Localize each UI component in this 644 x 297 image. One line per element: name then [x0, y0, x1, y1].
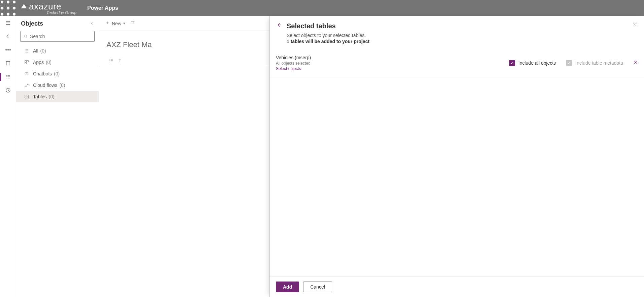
checkbox-disabled-icon — [566, 60, 572, 66]
nav-rail — [0, 16, 16, 297]
svg-rect-30 — [25, 63, 27, 64]
selected-table-name: Vehicles (mserp) — [276, 55, 311, 60]
sidebar-item-count: (0) — [40, 48, 46, 54]
svg-point-3 — [1, 7, 3, 9]
sidebar-item-all[interactable]: All (0) — [16, 45, 99, 57]
sidebar-item-apps[interactable]: Apps (0) — [16, 57, 99, 68]
svg-rect-28 — [25, 61, 27, 62]
list-icon — [108, 58, 114, 63]
sidebar-item-count: (0) — [49, 94, 54, 99]
rail-back[interactable] — [0, 30, 16, 43]
dots-icon — [7, 49, 9, 51]
chatbot-icon — [23, 71, 30, 76]
panel-title: Selected tables — [287, 22, 336, 30]
sidebar-header: Objects — [16, 16, 99, 31]
sidebar-item-count: (0) — [46, 60, 52, 65]
new-label: New — [112, 21, 121, 26]
remove-table-button[interactable] — [633, 60, 638, 66]
tables-section-label: T — [119, 58, 122, 63]
rail-item-solutions[interactable] — [0, 57, 16, 70]
rail-overflow[interactable] — [0, 43, 16, 57]
sidebar-item-cloudflows[interactable]: Cloud flows (0) — [16, 79, 99, 91]
svg-point-1 — [7, 1, 9, 3]
panel-footer: Add Cancel — [270, 276, 644, 297]
new-button[interactable]: New ▾ — [105, 21, 125, 26]
rail-item-history[interactable] — [0, 84, 16, 97]
svg-point-34 — [25, 86, 26, 87]
svg-point-32 — [26, 73, 26, 74]
include-metadata-checkbox: Include table metadata — [566, 60, 623, 66]
svg-rect-41 — [131, 22, 133, 24]
sidebar-item-label: All — [33, 48, 38, 54]
selected-tables-panel: Selected tables Select objects to your s… — [269, 16, 644, 297]
svg-rect-29 — [27, 61, 29, 62]
table-icon — [23, 94, 30, 99]
brand-logo: axazure Techedge Group — [20, 1, 76, 15]
svg-point-6 — [1, 13, 3, 15]
cancel-button[interactable]: Cancel — [303, 282, 332, 292]
search-icon — [23, 34, 28, 39]
sidebar-item-chatbots[interactable]: Chatbots (0) — [16, 68, 99, 79]
search-input[interactable] — [30, 34, 92, 39]
svg-rect-12 — [6, 62, 10, 65]
sidebar-item-label: Apps — [33, 60, 44, 65]
panel-subtitle: Select objects to your selected tables. — [270, 32, 644, 38]
waffle-button[interactable] — [0, 0, 16, 16]
svg-point-4 — [7, 7, 9, 9]
add-existing-button[interactable] — [130, 20, 135, 27]
sidebar-item-count: (0) — [54, 71, 60, 76]
apps-icon — [23, 60, 30, 65]
selected-table-hint: All objects selected — [276, 61, 311, 66]
checkbox-checked-icon — [509, 60, 515, 66]
include-all-objects-checkbox[interactable]: Include all objects — [509, 60, 556, 66]
panel-back-button[interactable] — [277, 22, 282, 29]
svg-point-20 — [24, 35, 26, 37]
select-objects-link[interactable]: Select objects — [276, 66, 311, 71]
add-button[interactable]: Add — [276, 282, 299, 292]
svg-rect-31 — [25, 73, 28, 75]
sidebar-item-label: Chatbots — [33, 71, 52, 76]
main-area: New ▾ AXZ Fleet Ma T Selected tables — [99, 16, 644, 297]
flow-icon — [23, 82, 30, 88]
svg-rect-36 — [25, 95, 29, 98]
svg-point-7 — [7, 13, 9, 15]
plus-icon — [105, 21, 110, 26]
sidebar-collapse[interactable] — [90, 20, 94, 27]
sidebar-item-tables[interactable]: Tables (0) — [16, 91, 99, 102]
svg-point-2 — [13, 1, 15, 3]
svg-point-33 — [27, 73, 27, 74]
add-existing-icon — [130, 20, 135, 27]
svg-point-0 — [1, 1, 3, 3]
selected-table-row: Vehicles (mserp) All objects selected Se… — [270, 50, 644, 76]
global-header: axazure Techedge Group Power Apps — [0, 0, 644, 16]
svg-line-21 — [26, 37, 27, 38]
sidebar-item-label: Cloud flows — [33, 82, 57, 88]
app-name: Power Apps — [87, 5, 118, 11]
rail-item-active[interactable] — [0, 70, 16, 84]
svg-point-5 — [13, 7, 15, 9]
rail-hamburger[interactable] — [0, 16, 16, 30]
sidebar-title: Objects — [21, 20, 43, 27]
include-metadata-label: Include table metadata — [575, 60, 623, 66]
svg-point-35 — [28, 84, 29, 85]
sidebar-item-label: Tables — [33, 94, 46, 99]
brand-sub: Techedge Group — [46, 10, 76, 15]
include-all-label: Include all objects — [518, 60, 556, 66]
panel-close-button[interactable] — [633, 22, 637, 28]
panel-summary: 1 tables will be added to your project — [270, 38, 644, 50]
sidebar-item-count: (0) — [59, 82, 65, 88]
chevron-down-icon: ▾ — [123, 21, 125, 26]
search-box[interactable] — [20, 31, 95, 42]
svg-point-8 — [13, 13, 15, 15]
objects-sidebar: Objects All (0) Apps (0) Chatbots (0) — [16, 16, 99, 297]
list-all-icon — [23, 48, 30, 54]
